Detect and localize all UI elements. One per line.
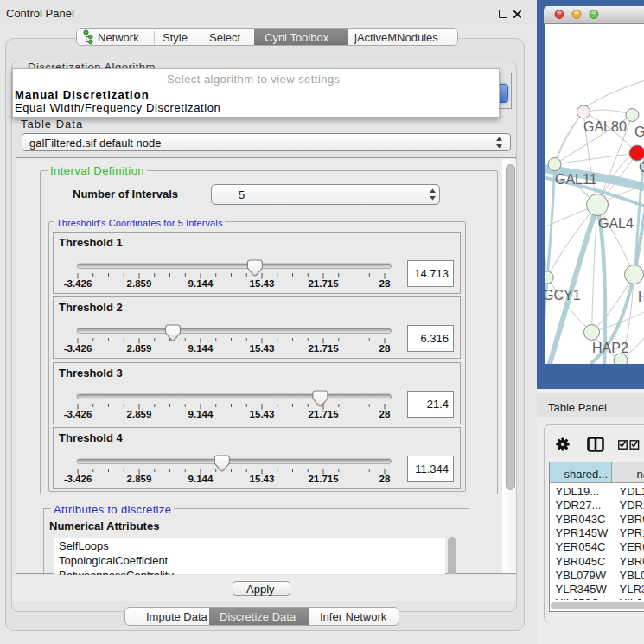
svg-text:-3.426: -3.426 bbox=[64, 278, 92, 289]
svg-text:28: 28 bbox=[379, 474, 391, 484]
svg-text:28: 28 bbox=[379, 409, 391, 419]
svg-text:28: 28 bbox=[379, 278, 391, 289]
svg-text:2.859: 2.859 bbox=[127, 343, 152, 354]
svg-text:9.144: 9.144 bbox=[188, 409, 214, 419]
svg-text:15.43: 15.43 bbox=[250, 278, 275, 289]
svg-text:21.715: 21.715 bbox=[308, 409, 339, 419]
svg-text:H: H bbox=[638, 290, 644, 304]
svg-text:21.715: 21.715 bbox=[308, 474, 339, 484]
svg-text:GAL4: GAL4 bbox=[598, 216, 634, 231]
svg-text:2.859: 2.859 bbox=[127, 474, 152, 484]
svg-text:15.43: 15.43 bbox=[250, 474, 275, 484]
svg-text:GAL11: GAL11 bbox=[555, 172, 597, 187]
svg-text:15.43: 15.43 bbox=[250, 409, 275, 419]
svg-text:C: C bbox=[639, 160, 644, 175]
svg-text:2.859: 2.859 bbox=[127, 278, 152, 289]
svg-text:-3.426: -3.426 bbox=[64, 474, 92, 484]
svg-text:28: 28 bbox=[379, 343, 391, 354]
svg-text:21.715: 21.715 bbox=[308, 278, 339, 289]
svg-text:-3.426: -3.426 bbox=[64, 409, 92, 419]
svg-text:GAL80: GAL80 bbox=[583, 119, 627, 134]
svg-text:21.715: 21.715 bbox=[308, 343, 339, 354]
svg-text:15.43: 15.43 bbox=[250, 343, 275, 354]
svg-text:9.144: 9.144 bbox=[188, 278, 214, 289]
svg-text:2.859: 2.859 bbox=[127, 409, 152, 419]
svg-text:HAP2: HAP2 bbox=[592, 341, 628, 355]
svg-text:GA: GA bbox=[634, 124, 644, 139]
svg-text:-3.426: -3.426 bbox=[64, 343, 92, 354]
svg-text:GCY1: GCY1 bbox=[545, 288, 581, 303]
svg-text:9.144: 9.144 bbox=[188, 474, 214, 484]
svg-text:9.144: 9.144 bbox=[188, 343, 214, 354]
